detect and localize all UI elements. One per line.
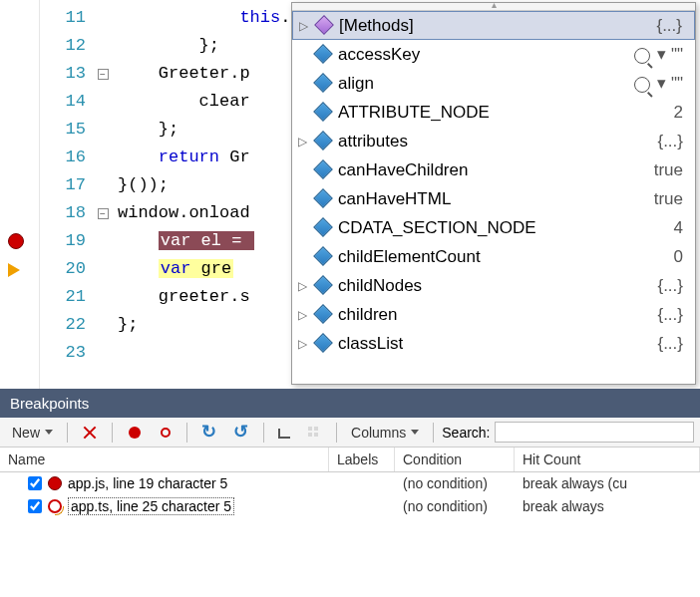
current-line-arrow-icon xyxy=(8,263,20,277)
item-label: attributes xyxy=(338,132,629,151)
expand-icon[interactable]: ▷ xyxy=(294,135,310,149)
fold-column: −− xyxy=(94,0,112,389)
line-number: 12 xyxy=(40,32,86,60)
line-number: 16 xyxy=(40,144,86,171)
separator xyxy=(112,423,113,443)
redo-arrow-icon: ↻ xyxy=(201,425,217,441)
item-label: align xyxy=(338,74,629,94)
search-label: Search: xyxy=(442,425,490,441)
intellisense-popup[interactable]: ▴ ▷[Methods]{...}accessKey ▾ ""align ▾ "… xyxy=(291,2,696,385)
col-labels-header[interactable]: Labels xyxy=(329,448,395,471)
item-label: ATTRIBUTE_NODE xyxy=(338,103,629,123)
intellisense-item[interactable]: ▷attributes{...} xyxy=(292,127,695,155)
line-number: 18 xyxy=(40,199,86,227)
breakpoints-list: app.js, line 19 character 5(no condition… xyxy=(0,472,700,518)
intellisense-item[interactable]: CDATA_SECTION_NODE4 xyxy=(292,213,695,242)
enable-all-button[interactable] xyxy=(121,423,149,443)
visualizer-icon[interactable] xyxy=(634,48,650,64)
fold-toggle[interactable]: − xyxy=(98,208,109,219)
expand-icon[interactable]: ▷ xyxy=(294,308,310,322)
item-label: canHaveChildren xyxy=(338,160,629,180)
expand-icon[interactable]: ▷ xyxy=(294,337,310,351)
line-number: 15 xyxy=(40,116,86,144)
separator xyxy=(67,423,68,443)
line-number: 17 xyxy=(40,171,86,199)
breakpoint-condition: (no condition) xyxy=(395,498,515,514)
item-label: [Methods] xyxy=(339,16,628,36)
delete-breakpoint-button[interactable] xyxy=(76,423,104,443)
breakpoint-hitcount: break always xyxy=(515,498,700,514)
item-value: {...} xyxy=(629,276,689,296)
new-breakpoint-button[interactable]: New xyxy=(6,423,59,443)
breakpoint-location: app.ts, line 25 character 5 xyxy=(68,497,234,515)
export-button[interactable]: ↻ xyxy=(195,423,223,443)
breakpoint-row[interactable]: app.ts, line 25 character 5(no condition… xyxy=(0,494,700,518)
expand-icon[interactable]: ▷ xyxy=(295,19,311,33)
disable-all-button[interactable] xyxy=(153,424,178,442)
breakpoint-hitcount: break always (cu xyxy=(515,475,700,491)
intellisense-item[interactable]: childElementCount0 xyxy=(292,242,695,271)
grid-icon xyxy=(308,427,320,439)
fold-toggle[interactable]: − xyxy=(98,69,109,80)
item-label: accessKey xyxy=(338,45,629,65)
member-icon xyxy=(314,160,334,180)
intellisense-item[interactable]: ▷children{...} xyxy=(292,300,695,329)
item-value: {...} xyxy=(628,16,688,36)
member-icon xyxy=(315,16,335,36)
intellisense-item[interactable]: ▷classList{...} xyxy=(292,329,695,358)
item-value: true xyxy=(629,160,689,180)
member-icon xyxy=(314,45,334,65)
popup-resize-grip[interactable]: ▴ xyxy=(292,3,695,11)
breakpoint-icon[interactable] xyxy=(8,233,24,249)
expand-icon[interactable]: ▷ xyxy=(294,279,310,293)
item-label: childElementCount xyxy=(338,247,629,267)
item-value: {...} xyxy=(629,305,689,325)
member-icon xyxy=(314,305,334,325)
col-condition-header[interactable]: Condition xyxy=(395,448,515,471)
visualizer-icon[interactable] xyxy=(634,77,650,93)
item-label: canHaveHTML xyxy=(338,189,629,209)
line-number: 23 xyxy=(40,339,86,367)
intellisense-item[interactable]: ▷[Methods]{...} xyxy=(292,11,695,40)
search-input[interactable] xyxy=(495,422,694,443)
intellisense-item[interactable]: accessKey ▾ "" xyxy=(292,40,695,69)
breakpoint-location: app.js, line 19 character 5 xyxy=(68,475,227,491)
intellisense-item[interactable]: ▷childNodes{...} xyxy=(292,271,695,300)
breakpoint-enabled-checkbox[interactable] xyxy=(28,499,42,513)
separator xyxy=(336,423,337,443)
intellisense-item[interactable]: align ▾ "" xyxy=(292,69,695,98)
line-number: 14 xyxy=(40,88,86,116)
item-value: 0 xyxy=(629,247,689,267)
breakpoint-row[interactable]: app.js, line 19 character 5(no condition… xyxy=(0,472,700,494)
item-label: childNodes xyxy=(338,276,629,296)
breakpoints-panel: Breakpoints New ↻ ↺ Columns Search: Name… xyxy=(0,389,700,518)
goto-disasm-button[interactable] xyxy=(300,423,328,443)
member-icon xyxy=(314,247,334,267)
col-name-header[interactable]: Name xyxy=(0,448,329,471)
goto-source-button[interactable] xyxy=(272,425,296,441)
undo-arrow-icon: ↺ xyxy=(233,425,249,441)
line-number: 21 xyxy=(40,283,86,311)
col-hitcount-header[interactable]: Hit Count xyxy=(515,448,700,471)
breakpoint-glyph-icon xyxy=(48,499,62,513)
line-number: 22 xyxy=(40,311,86,339)
member-icon xyxy=(314,189,334,209)
item-value: {...} xyxy=(629,132,689,151)
import-button[interactable]: ↺ xyxy=(227,423,255,443)
breakpoint-glyph-icon xyxy=(48,476,62,490)
line-number: 19 xyxy=(40,227,86,255)
columns-button[interactable]: Columns xyxy=(345,423,425,443)
code-editor[interactable]: 11121314151617181920212223 −− this. }; G… xyxy=(0,0,700,389)
intellisense-item[interactable]: ATTRIBUTE_NODE2 xyxy=(292,98,695,127)
intellisense-item[interactable]: canHaveHTMLtrue xyxy=(292,184,695,213)
member-icon xyxy=(314,334,334,354)
grid-header: Name Labels Condition Hit Count xyxy=(0,448,700,472)
breakpoints-toolbar: New ↻ ↺ Columns Search: xyxy=(0,418,700,448)
separator xyxy=(263,423,264,443)
item-label: classList xyxy=(338,334,629,354)
breakpoint-enabled-checkbox[interactable] xyxy=(28,476,42,490)
line-number: 20 xyxy=(40,255,86,283)
intellisense-item[interactable]: canHaveChildrentrue xyxy=(292,155,695,184)
member-icon xyxy=(314,132,334,151)
goto-icon xyxy=(278,429,290,439)
